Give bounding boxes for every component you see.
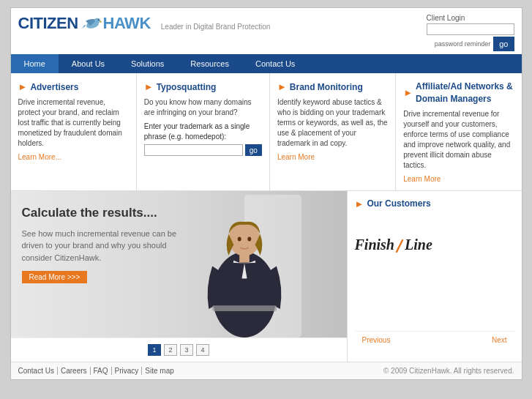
woman-figure-icon xyxy=(186,195,303,338)
footer-links: Contact Us Careers FAQ Privacy Site map xyxy=(18,367,177,375)
login-row xyxy=(427,23,514,35)
nav-bar: Home About Us Solutions Resources Contac… xyxy=(11,54,522,73)
hawk-icon xyxy=(80,15,103,32)
card-affiliate-text: Drive incremental revenue for yourself a… xyxy=(403,109,514,171)
footer-link-contact[interactable]: Contact Us xyxy=(18,367,58,375)
tagline: Leader in Digital Brand Protection xyxy=(161,23,271,31)
slideshow-area: Calculate the results.... See how much i… xyxy=(11,191,347,338)
card-brand-monitoring-title: ► Brand Monitoring xyxy=(277,81,388,94)
left-panel: Calculate the results.... See how much i… xyxy=(11,191,348,362)
card-arrow-icon-4: ► xyxy=(403,86,413,100)
login-go-button[interactable]: go xyxy=(493,37,514,51)
right-panel: ► Our Customers FinishLine Previous Next xyxy=(348,191,522,362)
password-reminder-row: password reminder go xyxy=(435,37,514,51)
footer-link-sitemap[interactable]: Site map xyxy=(142,367,176,375)
card-arrow-icon: ► xyxy=(18,81,28,94)
previous-link[interactable]: Previous xyxy=(362,336,391,344)
footer: Contact Us Careers FAQ Privacy Site map … xyxy=(11,362,522,379)
nav-item-contact[interactable]: Contact Us xyxy=(242,54,308,73)
nav-item-solutions[interactable]: Solutions xyxy=(118,54,177,73)
footer-link-careers[interactable]: Careers xyxy=(58,367,91,375)
card-typosquatting-title: ► Typosquatting xyxy=(144,81,262,94)
prev-next-area: Previous Next xyxy=(355,331,514,348)
login-area: Client Login password reminder go xyxy=(427,14,514,51)
svg-rect-7 xyxy=(212,305,277,311)
svg-point-9 xyxy=(247,236,251,241)
typosquatting-form-label: Enter your trademark as a single phrase … xyxy=(144,122,262,142)
top-cards: ► Advertisers Drive incremental revenue,… xyxy=(11,73,522,191)
nav-item-home[interactable]: Home xyxy=(11,54,59,73)
card-advertisers: ► Advertisers Drive incremental revenue,… xyxy=(11,73,137,190)
finish-line-logo: FinishLine xyxy=(355,235,514,254)
card-advertisers-text: Drive incremental revenue, protect your … xyxy=(18,97,129,149)
slide-dot-1[interactable]: 1 xyxy=(148,344,161,356)
card-brand-monitoring-text: Identify keyword abuse tactics & who is … xyxy=(277,97,388,149)
logo-hawk-text: HAWK xyxy=(103,14,151,33)
card-typosquatting-form: Enter your trademark as a single phrase … xyxy=(144,122,262,156)
slide-text-area: Calculate the results.... See how much i… xyxy=(22,206,198,284)
customers-arrow-icon: ► xyxy=(355,198,364,209)
card-typosquatting-text: Do you know how many domains are infring… xyxy=(144,97,262,118)
typosquatting-form-row: go xyxy=(144,144,262,156)
customer-logo-area: FinishLine xyxy=(355,217,514,272)
card-typosquatting: ► Typosquatting Do you know how many dom… xyxy=(137,73,270,190)
footer-link-faq[interactable]: FAQ xyxy=(91,367,112,375)
username-input[interactable] xyxy=(427,23,514,35)
slide-dot-2[interactable]: 2 xyxy=(164,344,177,356)
footer-link-privacy[interactable]: Privacy xyxy=(112,367,143,375)
password-reminder-text: password reminder xyxy=(435,40,491,48)
page-wrapper: CITIZEN HAWK Leader xyxy=(10,7,522,380)
logo-area: CITIZEN HAWK Leader xyxy=(18,14,271,33)
svg-point-1 xyxy=(94,18,100,23)
logo: CITIZEN HAWK xyxy=(18,14,151,33)
card-affiliate-title: ► Affiliate/Ad Networks & Domain Manager… xyxy=(403,81,514,105)
svg-point-2 xyxy=(97,19,99,20)
footer-copyright: © 2009 CitizenHawk. All rights reserved. xyxy=(383,367,514,375)
card-affiliate-networks: ► Affiliate/Ad Networks & Domain Manager… xyxy=(396,73,521,190)
brand-monitoring-learn-more[interactable]: Learn More xyxy=(277,153,315,161)
lower-section: Calculate the results.... See how much i… xyxy=(11,191,522,362)
slide-body: See how much incremental revenue can be … xyxy=(22,228,198,264)
card-arrow-icon-2: ► xyxy=(144,81,154,94)
card-brand-monitoring: ► Brand Monitoring Identify keyword abus… xyxy=(270,73,396,190)
client-login-label: Client Login xyxy=(427,14,465,22)
nav-item-resources[interactable]: Resources xyxy=(177,54,242,73)
typosquatting-input[interactable] xyxy=(144,144,243,156)
card-arrow-icon-3: ► xyxy=(277,81,287,94)
customers-title: ► Our Customers xyxy=(355,198,514,209)
slide-dot-3[interactable]: 3 xyxy=(180,344,193,356)
slide-title: Calculate the results.... xyxy=(22,206,198,220)
affiliate-learn-more[interactable]: Learn More xyxy=(403,175,441,183)
logo-citizen-text: CITIZEN xyxy=(18,14,78,33)
read-more-button[interactable]: Read More >>> xyxy=(22,271,88,283)
svg-point-8 xyxy=(237,236,241,241)
slide-nav: 1 2 3 4 xyxy=(11,338,347,362)
card-advertisers-title: ► Advertisers xyxy=(18,81,129,94)
advertisers-learn-more[interactable]: Learn More... xyxy=(18,153,61,161)
typosquatting-go-button[interactable]: go xyxy=(245,144,262,156)
nav-item-about[interactable]: About Us xyxy=(59,54,118,73)
top-bar: CITIZEN HAWK Leader xyxy=(11,8,522,51)
slide-dot-4[interactable]: 4 xyxy=(196,344,209,356)
next-link[interactable]: Next xyxy=(492,336,507,344)
finish-line-swoosh xyxy=(395,239,404,253)
